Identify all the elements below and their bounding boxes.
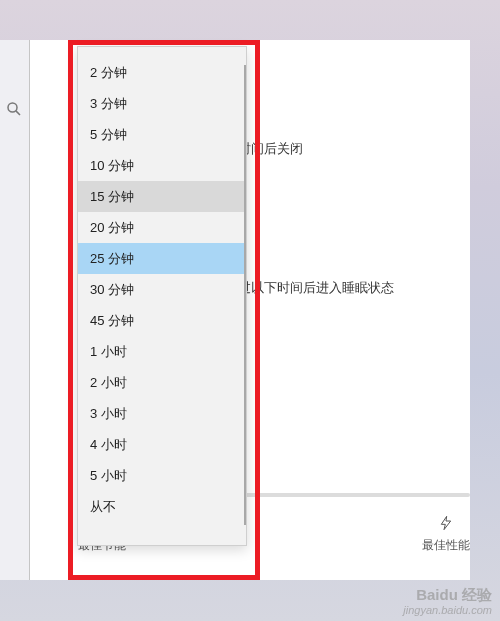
settings-nav-rail bbox=[0, 40, 30, 580]
dropdown-option[interactable]: 2 小时 bbox=[78, 367, 246, 398]
dropdown-option[interactable]: 10 分钟 bbox=[78, 150, 246, 181]
slider-right-text: 最佳性能 bbox=[422, 537, 470, 554]
dropdown-option[interactable]: 15 分钟 bbox=[78, 181, 246, 212]
watermark: Baidu 经验 jingyan.baidu.com bbox=[403, 586, 492, 617]
watermark-brand: Baidu 经验 bbox=[403, 586, 492, 604]
dropdown-option[interactable]: 3 小时 bbox=[78, 398, 246, 429]
bolt-icon bbox=[438, 515, 454, 534]
dropdown-option[interactable]: 4 小时 bbox=[78, 429, 246, 460]
dropdown-option[interactable]: 从不 bbox=[78, 491, 246, 522]
dropdown-option[interactable]: 30 分钟 bbox=[78, 274, 246, 305]
sleep-label: 经过以下时间后进入睡眠状态 bbox=[225, 279, 394, 297]
watermark-url: jingyan.baidu.com bbox=[403, 604, 492, 617]
time-dropdown[interactable]: 2 分钟 3 分钟 5 分钟 10 分钟 15 分钟 20 分钟 25 分钟 3… bbox=[77, 46, 247, 546]
dropdown-option[interactable]: 5 分钟 bbox=[78, 119, 246, 150]
dropdown-option[interactable]: 45 分钟 bbox=[78, 305, 246, 336]
search-icon[interactable] bbox=[5, 100, 23, 118]
dropdown-option[interactable]: 3 分钟 bbox=[78, 88, 246, 119]
power-settings-panel: 下时间后关闭 经过以下时间后进入睡眠状态 2 分钟 3 分钟 5 分钟 10 分… bbox=[30, 40, 470, 580]
sleep-label-text: 经过以下时间后进入睡眠状态 bbox=[225, 280, 394, 295]
dropdown-scrollbar[interactable] bbox=[244, 65, 246, 525]
dropdown-option[interactable]: 25 分钟 bbox=[78, 243, 246, 274]
dropdown-option[interactable]: 20 分钟 bbox=[78, 212, 246, 243]
dropdown-option[interactable]: 2 分钟 bbox=[78, 57, 246, 88]
dropdown-option[interactable]: 1 小时 bbox=[78, 336, 246, 367]
dropdown-padding bbox=[78, 47, 246, 57]
svg-line-1 bbox=[16, 111, 20, 115]
svg-point-0 bbox=[8, 103, 17, 112]
slider-label-right: 最佳性能 bbox=[422, 515, 470, 554]
dropdown-option[interactable]: 5 小时 bbox=[78, 460, 246, 491]
